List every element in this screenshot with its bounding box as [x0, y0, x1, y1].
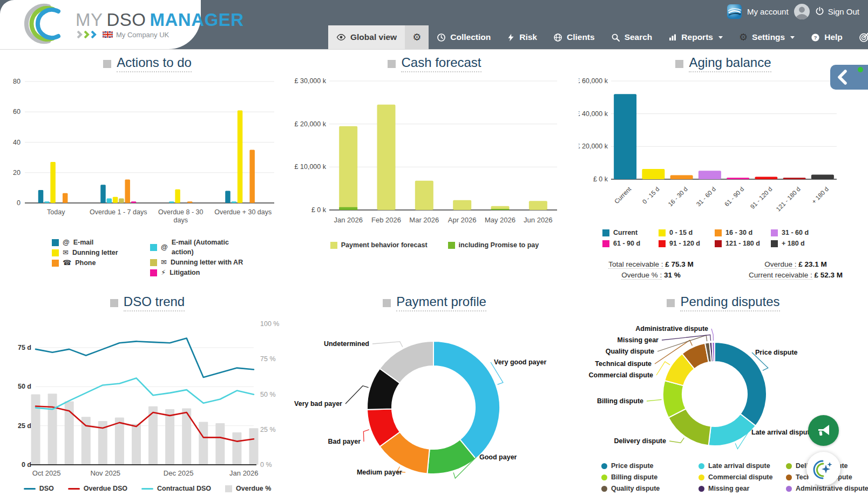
legend-item[interactable]: Overdue %	[225, 484, 271, 493]
panel-cash-forecast: Cash forecast £ 0 k£ 10,000 k£ 20,000 k£…	[291, 51, 578, 250]
legend-swatch	[659, 229, 666, 236]
legend-label: Overdue DSO	[84, 484, 127, 493]
nav-item-collection[interactable]: Collection	[429, 25, 499, 49]
account-row: My account Sign Out	[727, 4, 859, 19]
legend-item[interactable]: @E-mail	[52, 238, 150, 247]
sign-out-label: Sign Out	[828, 7, 859, 16]
nav-item-risk[interactable]: Risk	[499, 25, 545, 49]
legend-label: Missing gear	[708, 484, 749, 493]
dso-dashboard: { "header": { "logo": {"word1":"MY","wor…	[0, 0, 868, 495]
cash-forecast-chart[interactable]: £ 0 k£ 10,000 k£ 20,000 k£ 30,000 kJan 2…	[291, 73, 578, 230]
dso-trend-title[interactable]: DSO trend	[124, 294, 185, 311]
svg-text:Undetermined: Undetermined	[324, 340, 369, 348]
title-square-icon	[675, 60, 683, 68]
svg-text:Today: Today	[47, 208, 65, 216]
nav-item-reports[interactable]: Reports	[660, 25, 731, 49]
logo-panel[interactable]: MYDSOMANAGER My Company UK	[0, 0, 201, 49]
actions-to-do-title[interactable]: Actions to do	[117, 55, 192, 72]
svg-text:Quality dispute: Quality dispute	[606, 348, 654, 355]
legend-label: 31 - 60 d	[782, 228, 809, 238]
svg-text:100 %: 100 %	[260, 320, 279, 328]
nav-item-help[interactable]: ?Help	[803, 25, 851, 49]
legend-swatch	[601, 486, 607, 492]
legend-item[interactable]: Contractual DSO	[141, 484, 211, 493]
svg-text:Bad payer: Bad payer	[328, 438, 361, 445]
power-icon	[815, 6, 824, 17]
legend-item[interactable]: 91 - 120 d	[659, 239, 715, 248]
nav-item-settings[interactable]: ⚙Settings	[731, 25, 803, 49]
overdue-pct-link[interactable]: Overdue % :	[621, 271, 662, 280]
nav-item-clients[interactable]: Clients	[545, 25, 603, 49]
current-receivable-link[interactable]: Current receivable :	[749, 271, 812, 280]
svg-text:Jun 2026: Jun 2026	[524, 216, 553, 224]
legend-swatch	[225, 485, 232, 492]
legend-item[interactable]: including Promise to pay	[448, 240, 539, 250]
announcements-button[interactable]	[808, 415, 839, 446]
aging-balance-chart[interactable]: £ 0 k£ 20,000 k£ 40,000 k£ 60,000 kCurre…	[579, 73, 868, 221]
svg-text:75 d: 75 d	[18, 344, 31, 351]
nav-label: Reports	[681, 32, 713, 42]
legend-swatch	[699, 463, 704, 469]
avatar[interactable]	[794, 4, 810, 19]
legend-item[interactable]: Overdue DSO	[68, 484, 127, 493]
nav-item-target[interactable]	[851, 25, 868, 49]
legend-item[interactable]: Billing dispute	[601, 472, 699, 482]
svg-text:days: days	[174, 216, 188, 224]
legend-label: 121 - 180 d	[725, 239, 760, 248]
legend-swatch	[699, 474, 704, 480]
legend-item[interactable]: ✉Dunning letter	[52, 248, 150, 257]
title-square-icon	[667, 299, 675, 307]
legend-item[interactable]: DSO	[24, 484, 54, 493]
pending-disputes-title[interactable]: Pending disputes	[680, 294, 779, 311]
legend-item[interactable]: Missing gear	[699, 484, 786, 493]
nav-item-search[interactable]: Search	[603, 25, 661, 49]
legend-swatch	[24, 488, 36, 490]
litigation-icon: ⚡	[161, 268, 166, 277]
legend-item[interactable]: 121 - 180 d	[715, 239, 771, 248]
legend-item[interactable]: ☎Phone	[52, 258, 150, 268]
legend-swatch	[699, 486, 704, 492]
legend-item[interactable]: Commercial dispute	[699, 472, 786, 482]
actions-to-do-chart[interactable]: 020406080TodayOverdue 1 - 7 daysOverdue …	[4, 73, 290, 227]
logo-text: MYDSOMANAGER My Company UK	[76, 11, 244, 39]
aging-balance-title[interactable]: Aging balance	[689, 55, 771, 72]
legend-item[interactable]: Late arrival dispute	[699, 461, 786, 471]
legend-item[interactable]: Price dispute	[601, 461, 699, 471]
legend-item[interactable]: + 180 d	[771, 239, 827, 248]
gear-icon: ⚙	[412, 32, 421, 42]
collapse-panel-tab[interactable]	[830, 65, 868, 90]
legend-item[interactable]: 31 - 60 d	[771, 228, 827, 238]
svg-text:£ 0 k: £ 0 k	[593, 175, 608, 183]
legend-label: Dunning letter	[72, 248, 118, 257]
logo-word-dso: DSO	[107, 10, 146, 30]
legend-item[interactable]: ✉Dunning letter with AR	[150, 257, 248, 267]
sign-out-button[interactable]: Sign Out	[815, 6, 859, 17]
svg-text:Overdue 1 - 7 days: Overdue 1 - 7 days	[90, 208, 147, 216]
total-receivable-link[interactable]: Total receivable :	[608, 260, 663, 269]
svg-text:Technical dispute: Technical dispute	[595, 360, 652, 368]
company-selector[interactable]: My Company UK	[116, 31, 169, 39]
my-account-link[interactable]: My account	[747, 7, 789, 16]
cash-forecast-title[interactable]: Cash forecast	[401, 55, 481, 72]
svg-text:20: 20	[13, 169, 21, 177]
legend-label: Price dispute	[611, 461, 654, 471]
legend-item[interactable]: 16 - 30 d	[715, 228, 771, 238]
assistant-button[interactable]	[806, 452, 840, 486]
svg-text:Missing gear: Missing gear	[618, 336, 659, 344]
legend-item[interactable]: 0 - 15 d	[659, 228, 715, 238]
legend-item[interactable]: 61 - 90 d	[602, 239, 659, 248]
legend-label: 61 - 90 d	[613, 239, 640, 248]
overdue-link[interactable]: Overdue :	[764, 260, 796, 269]
payment-profile-chart[interactable]: Very good payerGood payerMedium payerBad…	[291, 312, 578, 495]
nav-item-view-settings[interactable]: ⚙	[405, 25, 429, 49]
legend-item[interactable]: @E-mail (Automatic action)	[150, 238, 248, 257]
legend-item[interactable]: Quality dispute	[601, 484, 699, 493]
svg-text:Good payer: Good payer	[479, 453, 517, 461]
legend-item[interactable]: Current	[602, 228, 659, 238]
payment-profile-title[interactable]: Payment profile	[396, 294, 486, 311]
legend-item[interactable]: Payment behavior forecast	[330, 240, 428, 250]
svg-text:16 - 30 d: 16 - 30 d	[667, 186, 689, 208]
legend-item[interactable]: ⚡Litigation	[150, 268, 248, 277]
dso-trend-chart[interactable]: 0 d25 d50 d75 d0 %25 %50 %75 %100 %Oct 2…	[4, 312, 290, 480]
nav-item-global-view[interactable]: Global view	[328, 25, 405, 49]
